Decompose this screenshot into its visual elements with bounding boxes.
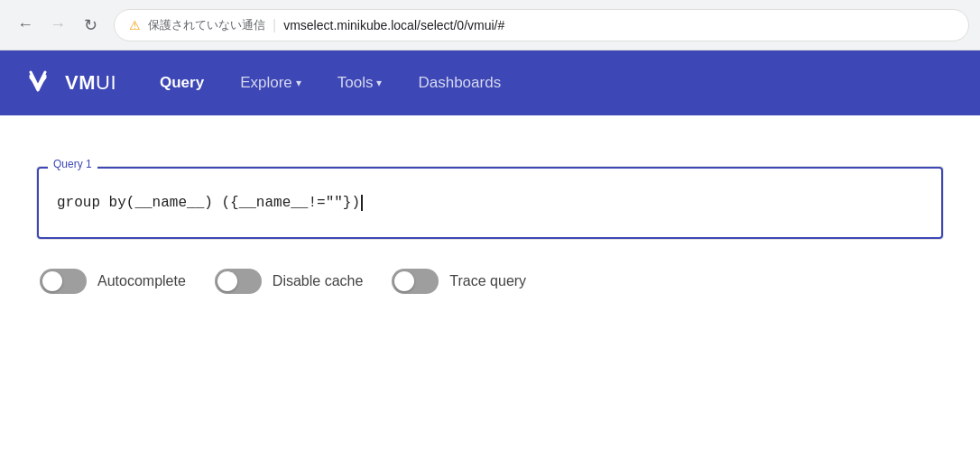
reload-button[interactable]: ↻ (76, 11, 105, 40)
toggle-item-disable-cache: Disable cache (215, 269, 364, 294)
back-button[interactable]: ← (11, 11, 40, 40)
nav-link-query[interactable]: Query (160, 70, 204, 95)
forward-button[interactable]: → (43, 11, 72, 40)
divider: | (273, 17, 276, 33)
disable-cache-toggle-thumb (217, 271, 237, 291)
nav-link-dashboards[interactable]: Dashboards (418, 70, 501, 95)
logo-text: VMUI (65, 71, 116, 95)
trace-query-toggle[interactable] (392, 269, 439, 294)
explore-dropdown-icon: ▾ (296, 77, 301, 89)
disable-cache-toggle-track (215, 269, 262, 294)
nav-buttons: ← → ↻ (11, 11, 105, 40)
toggle-item-autocomplete: Autocomplete (40, 269, 186, 294)
address-bar[interactable]: ⚠ 保護されていない通信 | vmselect.minikube.local/s… (114, 9, 969, 41)
query-container: Query 1 group by(__name__) ({__name__!="… (36, 166, 944, 240)
nav-link-explore[interactable]: Explore ▾ (240, 70, 301, 96)
vmui-logo-icon (29, 70, 61, 96)
main-content: Query 1 group by(__name__) ({__name__!="… (0, 115, 980, 476)
browser-chrome: ← → ↻ ⚠ 保護されていない通信 | vmselect.minikube.l… (0, 0, 980, 50)
trace-query-toggle-track (392, 269, 439, 294)
autocomplete-toggle-track (40, 269, 87, 294)
trace-query-label: Trace query (449, 273, 526, 289)
nav-link-tools[interactable]: Tools ▾ (337, 70, 383, 96)
logo-area: VMUI (29, 70, 116, 96)
url-text: vmselect.minikube.local/select/0/vmui/# (283, 18, 504, 32)
query-input-area[interactable]: group by(__name__) ({__name__!=""}) (37, 167, 943, 239)
query-text: group by(__name__) ({__name__!=""}) (57, 195, 363, 211)
disable-cache-toggle[interactable] (215, 269, 262, 294)
warning-icon: ⚠ (129, 18, 141, 32)
toggles-row: Autocomplete Disable cache Trace query (36, 269, 944, 294)
disable-cache-label: Disable cache (273, 273, 364, 289)
query-label: Query 1 (48, 158, 97, 170)
text-cursor (361, 195, 363, 211)
tools-dropdown-icon: ▾ (376, 77, 382, 89)
insecure-label: 保護されていない通信 (148, 17, 265, 33)
toggle-item-trace-query: Trace query (392, 269, 526, 294)
main-nav: Query Explore ▾ Tools ▾ Dashboards (160, 70, 501, 96)
app-navbar: VMUI Query Explore ▾ Tools ▾ Dashboards (0, 50, 980, 115)
autocomplete-toggle-thumb (42, 271, 62, 291)
autocomplete-toggle[interactable] (40, 269, 87, 294)
autocomplete-label: Autocomplete (97, 273, 186, 289)
trace-query-toggle-thumb (394, 271, 414, 291)
